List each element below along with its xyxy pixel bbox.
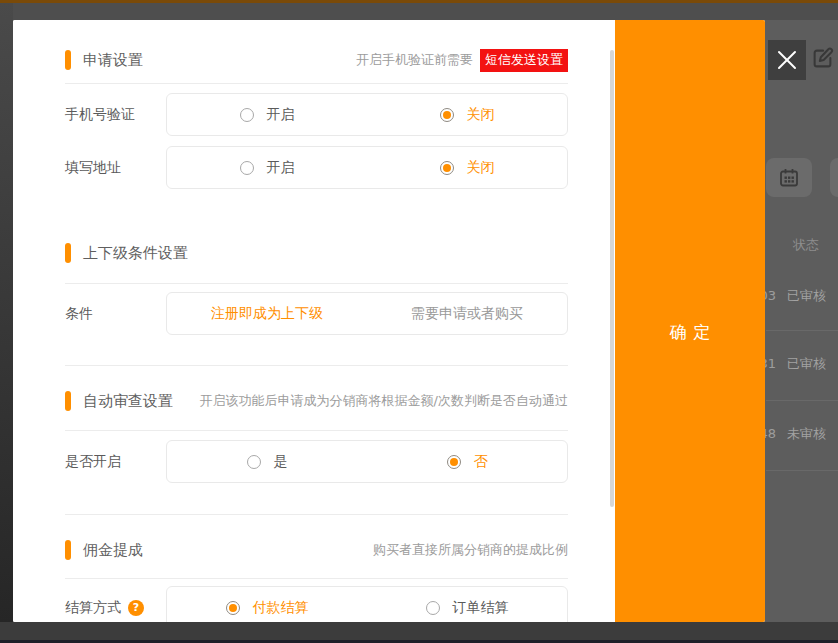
row-label-text: 结算方式 [65,599,121,617]
section-title: 上下级条件设置 [83,244,188,263]
section-accent-bar [65,391,71,411]
segment-option-label[interactable]: 注册即成为上下级 [211,305,323,323]
radio-option-off[interactable]: 关闭 [367,94,567,135]
radio-option-off[interactable]: 关闭 [367,147,567,188]
confirm-button[interactable]: 确定 [615,20,765,622]
page-sidebar-sliver [0,3,13,622]
radio-icon[interactable] [247,455,261,469]
radio-option-label[interactable]: 开启 [267,159,295,177]
screen: 状态 :03已审核 :31已审核 :48未审核 申请设置 开启手机验证前需要 短… [0,0,838,643]
radio-option-label[interactable]: 付款结算 [253,599,309,617]
divider [65,83,568,84]
calendar-icon [778,167,800,189]
radio-option-on[interactable]: 开启 [167,94,367,135]
radio-group-settlement-method: 付款结算 订单结算 [166,586,568,622]
compose-edit-icon [809,45,836,72]
bg-row-divider [766,330,838,331]
radio-icon-selected[interactable] [440,161,454,175]
segment-option-apply-or-buy[interactable]: 需要申请或者购买 [367,293,567,334]
section-note: 开启手机验证前需要 短信发送设置 [356,49,568,72]
radio-option-label[interactable]: 关闭 [467,159,495,177]
toolbar-button-partial [830,158,838,197]
radio-option-on[interactable]: 开启 [167,147,367,188]
radio-group-phone-verify: 开启 关闭 [166,93,568,136]
radio-option-label[interactable]: 是 [274,453,288,471]
divider [65,365,568,366]
radio-option-pay-settle[interactable]: 付款结算 [167,587,367,622]
section-title: 自动审查设置 [83,392,173,411]
divider [65,578,568,579]
radio-option-label[interactable]: 开启 [267,106,295,124]
radio-option-label[interactable]: 关闭 [467,106,495,124]
close-button[interactable] [768,40,806,80]
bg-row-divider [766,400,838,401]
note-text: 购买者直接所属分销商的提成比例 [373,541,568,559]
row-label-enable-auto-review: 是否开启 [65,440,121,483]
segment-option-register[interactable]: 注册即成为上下级 [167,293,367,334]
divider [65,430,568,431]
section-title: 佣金提成 [83,541,143,560]
modal-content: 申请设置 开启手机验证前需要 短信发送设置 手机号验证 开启 关闭 填写地址 [13,20,615,622]
section-note: 开启该功能后申请成为分销商将根据金额/次数判断是否自动通过 [200,392,568,410]
calendar-button [766,158,812,197]
divider [65,514,568,515]
radio-icon[interactable] [426,601,440,615]
section-header-commission: 佣金提成 购买者直接所属分销商的提成比例 [65,538,568,562]
bg-row-status: 未审核 [787,426,826,441]
distribution-settings-modal: 申请设置 开启手机验证前需要 短信发送设置 手机号验证 开启 关闭 填写地址 [13,20,765,622]
bg-row-status: 已审核 [787,356,826,371]
segment-group-condition: 注册即成为上下级 需要申请或者购买 [166,292,568,335]
close-icon[interactable] [775,48,799,72]
confirm-button-label[interactable]: 确定 [663,321,718,344]
question-mark-icon[interactable]: ? [128,600,144,616]
row-label-condition: 条件 [65,292,93,335]
section-header-relation-condition: 上下级条件设置 [65,241,568,265]
radio-icon-selected[interactable] [226,601,240,615]
note-text: 开启手机验证前需要 [356,51,473,69]
modal-scrollbar[interactable] [610,50,614,507]
note-text: 开启该功能后申请成为分销商将根据金额/次数判断是否自动通过 [200,392,568,410]
radio-option-label[interactable]: 否 [474,453,488,471]
radio-option-no[interactable]: 否 [367,441,567,482]
radio-icon-selected[interactable] [447,455,461,469]
section-accent-bar [65,243,71,263]
section-accent-bar [65,540,71,560]
radio-group-enable-auto-review: 是 否 [166,440,568,483]
radio-icon[interactable] [240,108,254,122]
segment-option-label[interactable]: 需要申请或者购买 [411,305,523,323]
bg-row-divider [766,470,838,471]
radio-icon-selected[interactable] [440,108,454,122]
row-label-fill-address: 填写地址 [65,146,121,189]
section-title: 申请设置 [83,51,143,70]
section-note: 购买者直接所属分销商的提成比例 [373,541,568,559]
bg-table-status-header: 状态 [793,236,819,254]
page-top-band [0,3,838,20]
radio-icon[interactable] [240,161,254,175]
radio-option-order-settle[interactable]: 订单结算 [367,587,567,622]
radio-option-yes[interactable]: 是 [167,441,367,482]
bg-row-status: 已审核 [787,288,826,303]
radio-group-fill-address: 开启 关闭 [166,146,568,189]
sms-settings-link-badge[interactable]: 短信发送设置 [480,49,568,72]
row-label-settlement-method: 结算方式 ? [65,586,144,622]
divider [65,283,568,284]
row-label-phone-verify: 手机号验证 [65,93,135,136]
section-header-apply-settings: 申请设置 开启手机验证前需要 短信发送设置 [65,48,568,72]
radio-option-label[interactable]: 订单结算 [453,599,509,617]
section-header-auto-review: 自动审查设置 开启该功能后申请成为分销商将根据金额/次数判断是否自动通过 [65,389,568,413]
section-accent-bar [65,50,71,70]
